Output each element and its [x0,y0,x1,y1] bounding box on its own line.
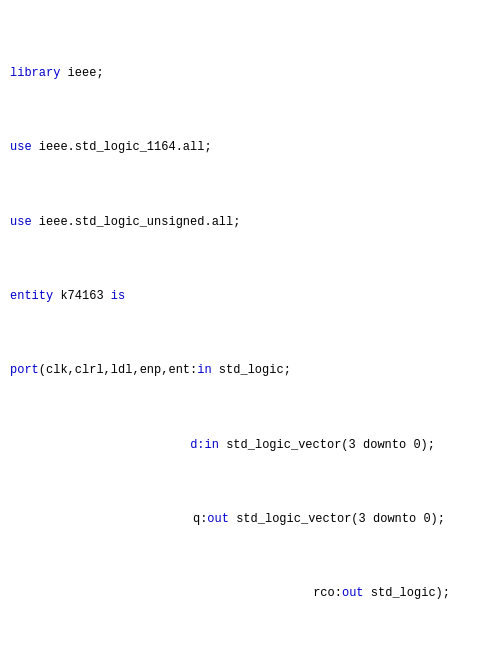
line-7: q:out std_logic_vector(3 downto 0); [10,510,490,529]
kw: entity [10,289,53,303]
kw: use [10,215,32,229]
kw: library [10,66,60,80]
kw: port [10,363,39,377]
kw: out [207,512,229,526]
line-4: entity k74163 is [10,287,490,306]
kw: d: [190,438,204,452]
kw: out [342,586,364,600]
line-8: rco:out std_logic); [10,584,490,603]
kw: in [197,363,211,377]
line-2: use ieee.std_logic_1164.all; [10,138,490,157]
page-container: library ieee; use ieee.std_logic_1164.al… [0,0,500,653]
line-1: library ieee; [10,64,490,83]
kw: use [10,140,32,154]
kw: in [205,438,219,452]
line-3: use ieee.std_logic_unsigned.all; [10,213,490,232]
code-block: library ieee; use ieee.std_logic_1164.al… [10,8,490,653]
line-6: d:in std_logic_vector(3 downto 0); [10,436,490,455]
kw: is [111,289,125,303]
line-5: port(clk,clrl,ldl,enp,ent:in std_logic; [10,361,490,380]
